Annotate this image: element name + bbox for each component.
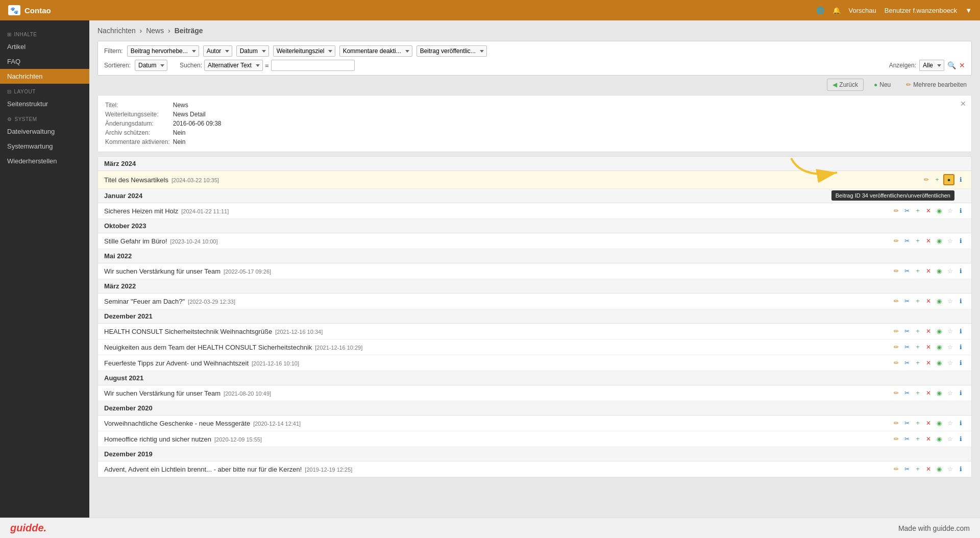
edit-icon[interactable]: ✏ bbox=[892, 343, 901, 352]
globe-icon[interactable]: 🌐 bbox=[816, 7, 824, 14]
duplicate-icon[interactable]: + bbox=[913, 327, 922, 336]
toggle-icon[interactable]: ◉ bbox=[935, 358, 944, 368]
filter-reset-icon[interactable]: ✕ bbox=[959, 61, 965, 69]
anzeigen-select[interactable]: Alle bbox=[919, 60, 944, 71]
delete-icon[interactable]: ✕ bbox=[924, 358, 933, 368]
sidebar-item-nachrichten[interactable]: Nachrichten bbox=[0, 69, 89, 84]
news-item-title[interactable]: Advent, Advent ein Lichtlein brennt... -… bbox=[104, 466, 352, 473]
duplicate-icon[interactable]: + bbox=[913, 236, 922, 246]
star-icon[interactable]: ☆ bbox=[945, 297, 954, 306]
edit-icon[interactable]: ✏ bbox=[892, 388, 901, 398]
edit-icon[interactable]: ✏ bbox=[892, 434, 901, 444]
cut-icon[interactable]: ✂ bbox=[902, 434, 912, 444]
toggle-icon[interactable]: ◉ bbox=[935, 327, 944, 336]
duplicate-icon[interactable]: + bbox=[913, 464, 922, 474]
publish-button[interactable]: ● bbox=[943, 174, 954, 185]
duplicate-icon[interactable]: + bbox=[913, 419, 922, 428]
cut-icon[interactable]: ✂ bbox=[902, 388, 912, 398]
delete-icon[interactable]: ✕ bbox=[924, 419, 933, 428]
sort-select[interactable]: Datum bbox=[135, 60, 167, 71]
cut-icon[interactable]: ✂ bbox=[902, 358, 912, 368]
star-icon[interactable]: ☆ bbox=[945, 206, 954, 215]
news-item-title[interactable]: Wir suchen Verstärkung für unser Team[20… bbox=[104, 389, 271, 397]
user-label[interactable]: Benutzer f.wanzenboeck bbox=[885, 7, 957, 14]
info-icon[interactable]: ℹ bbox=[956, 343, 965, 352]
duplicate-icon[interactable]: + bbox=[933, 175, 942, 184]
star-icon[interactable]: ☆ bbox=[945, 327, 954, 336]
star-icon[interactable]: ☆ bbox=[945, 358, 954, 368]
sidebar-item-faq[interactable]: FAQ bbox=[0, 54, 89, 69]
filter-select-datum[interactable]: Datum bbox=[236, 45, 269, 57]
toggle-icon[interactable]: ◉ bbox=[935, 464, 944, 474]
cut-icon[interactable]: ✂ bbox=[902, 327, 912, 336]
star-icon[interactable]: ☆ bbox=[945, 419, 954, 428]
breadcrumb-news[interactable]: News bbox=[146, 27, 164, 35]
info-icon[interactable]: ℹ bbox=[956, 464, 965, 474]
news-item-title[interactable]: Feuerfeste Tipps zur Advent- und Weihnac… bbox=[104, 359, 299, 367]
info-icon[interactable]: ℹ bbox=[956, 175, 965, 184]
news-item-title[interactable]: Homeoffice richtig und sicher nutzen[202… bbox=[104, 435, 262, 443]
info-close-button[interactable]: ✕ bbox=[960, 100, 966, 108]
cut-icon[interactable]: ✂ bbox=[902, 266, 912, 276]
new-button[interactable]: ● Neu bbox=[869, 79, 896, 90]
cut-icon[interactable]: ✂ bbox=[902, 206, 912, 215]
delete-icon[interactable]: ✕ bbox=[924, 434, 933, 444]
duplicate-icon[interactable]: + bbox=[913, 206, 922, 215]
star-icon[interactable]: ☆ bbox=[945, 434, 954, 444]
info-icon[interactable]: ℹ bbox=[956, 434, 965, 444]
info-icon[interactable]: ℹ bbox=[956, 327, 965, 336]
edit-multi-button[interactable]: ✏ Mehrere bearbeiten bbox=[901, 79, 972, 90]
search-input[interactable] bbox=[271, 60, 355, 71]
filter-select-veroeffentlichen[interactable]: Beitrag veröffentlic... bbox=[416, 45, 487, 57]
sidebar-item-wiederherstellen[interactable]: Wiederherstellen bbox=[0, 154, 89, 168]
delete-icon[interactable]: ✕ bbox=[924, 464, 933, 474]
filter-apply-icon[interactable]: 🔍 bbox=[947, 61, 956, 69]
news-item-title[interactable]: Stille Gefahr im Büro![2023-10-24 10:00] bbox=[104, 237, 218, 245]
news-item-title[interactable]: Neuigkeiten aus dem Team der HEALTH CONS… bbox=[104, 344, 362, 351]
edit-icon[interactable]: ✏ bbox=[892, 236, 901, 246]
info-icon[interactable]: ℹ bbox=[956, 206, 965, 215]
star-icon[interactable]: ☆ bbox=[945, 343, 954, 352]
filter-select-kommentare[interactable]: Kommentare deakti... bbox=[339, 45, 412, 57]
cut-icon[interactable]: ✂ bbox=[902, 343, 912, 352]
duplicate-icon[interactable]: + bbox=[913, 358, 922, 368]
delete-icon[interactable]: ✕ bbox=[924, 343, 933, 352]
edit-icon[interactable]: ✏ bbox=[922, 175, 931, 184]
toggle-icon[interactable]: ◉ bbox=[935, 388, 944, 398]
star-icon[interactable]: ☆ bbox=[945, 266, 954, 276]
toggle-icon[interactable]: ◉ bbox=[935, 297, 944, 306]
cut-icon[interactable]: ✂ bbox=[902, 464, 912, 474]
edit-icon[interactable]: ✏ bbox=[892, 297, 901, 306]
info-icon[interactable]: ℹ bbox=[956, 266, 965, 276]
delete-icon[interactable]: ✕ bbox=[924, 266, 933, 276]
toggle-icon[interactable]: ◉ bbox=[935, 266, 944, 276]
toggle-icon[interactable]: ◉ bbox=[935, 343, 944, 352]
toggle-icon[interactable]: ◉ bbox=[935, 206, 944, 215]
duplicate-icon[interactable]: + bbox=[913, 388, 922, 398]
filter-select-hervorheben[interactable]: Beitrag hervorhebe... bbox=[127, 45, 199, 57]
edit-icon[interactable]: ✏ bbox=[892, 358, 901, 368]
cut-icon[interactable]: ✂ bbox=[902, 419, 912, 428]
edit-icon[interactable]: ✏ bbox=[892, 266, 901, 276]
cut-icon[interactable]: ✂ bbox=[902, 297, 912, 306]
delete-icon[interactable]: ✕ bbox=[924, 388, 933, 398]
info-icon[interactable]: ℹ bbox=[956, 388, 965, 398]
duplicate-icon[interactable]: + bbox=[913, 266, 922, 276]
edit-icon[interactable]: ✏ bbox=[892, 464, 901, 474]
delete-icon[interactable]: ✕ bbox=[924, 236, 933, 246]
edit-icon[interactable]: ✏ bbox=[892, 206, 901, 215]
duplicate-icon[interactable]: + bbox=[913, 434, 922, 444]
star-icon[interactable]: ☆ bbox=[945, 464, 954, 474]
info-icon[interactable]: ℹ bbox=[956, 419, 965, 428]
bell-icon[interactable]: 🔔 bbox=[832, 7, 841, 14]
cut-icon[interactable]: ✂ bbox=[902, 236, 912, 246]
delete-icon[interactable]: ✕ bbox=[924, 297, 933, 306]
sidebar-item-artikel[interactable]: Artikel bbox=[0, 39, 89, 54]
edit-icon[interactable]: ✏ bbox=[892, 327, 901, 336]
news-item-title[interactable]: Sicheres Heizen mit Holz[2024-01-22 11:1… bbox=[104, 207, 229, 215]
delete-icon[interactable]: ✕ bbox=[924, 327, 933, 336]
toggle-icon[interactable]: ◉ bbox=[935, 419, 944, 428]
delete-icon[interactable]: ✕ bbox=[924, 206, 933, 215]
sidebar-item-seitenstruktur[interactable]: Seitenstruktur bbox=[0, 96, 89, 111]
news-item-title[interactable]: Wir suchen Verstärkung für unser Team[20… bbox=[104, 267, 271, 275]
